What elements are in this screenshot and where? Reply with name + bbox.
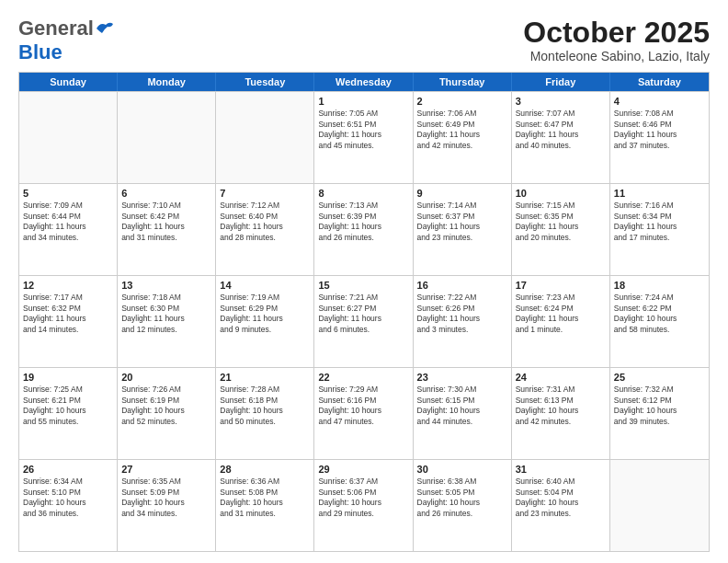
header-day-wednesday: Wednesday [314, 73, 413, 91]
month-title: October 2025 [523, 17, 710, 49]
cell-date-number: 27 [121, 463, 211, 476]
calendar-cell: 30Sunrise: 6:38 AM Sunset: 5:05 PM Dayli… [414, 460, 512, 551]
cell-info-text: Sunrise: 7:32 AM Sunset: 6:12 PM Dayligh… [614, 385, 705, 427]
calendar-cell [610, 460, 709, 551]
cell-date-number: 31 [516, 463, 606, 476]
calendar-cell: 1Sunrise: 7:05 AM Sunset: 6:51 PM Daylig… [314, 92, 413, 183]
calendar-cell: 28Sunrise: 6:36 AM Sunset: 5:08 PM Dayli… [216, 460, 314, 551]
calendar-cell: 14Sunrise: 7:19 AM Sunset: 6:29 PM Dayli… [216, 276, 314, 367]
calendar-cell: 12Sunrise: 7:17 AM Sunset: 6:32 PM Dayli… [19, 276, 118, 367]
cell-info-text: Sunrise: 6:36 AM Sunset: 5:08 PM Dayligh… [220, 477, 310, 519]
cell-info-text: Sunrise: 7:29 AM Sunset: 6:16 PM Dayligh… [318, 385, 408, 427]
cell-info-text: Sunrise: 7:23 AM Sunset: 6:24 PM Dayligh… [516, 293, 606, 335]
cell-info-text: Sunrise: 7:06 AM Sunset: 6:49 PM Dayligh… [417, 109, 507, 151]
cell-info-text: Sunrise: 7:30 AM Sunset: 6:15 PM Dayligh… [417, 385, 507, 427]
cell-date-number: 4 [614, 95, 705, 108]
calendar-cell: 21Sunrise: 7:28 AM Sunset: 6:18 PM Dayli… [216, 368, 314, 459]
logo: General Blue [18, 17, 115, 64]
calendar-cell: 16Sunrise: 7:22 AM Sunset: 6:26 PM Dayli… [414, 276, 512, 367]
cell-date-number: 1 [318, 95, 408, 108]
cell-info-text: Sunrise: 7:28 AM Sunset: 6:18 PM Dayligh… [220, 385, 310, 427]
cell-info-text: Sunrise: 6:34 AM Sunset: 5:10 PM Dayligh… [23, 477, 113, 519]
cell-date-number: 26 [23, 463, 113, 476]
cell-info-text: Sunrise: 7:24 AM Sunset: 6:22 PM Dayligh… [614, 293, 705, 335]
cell-info-text: Sunrise: 6:38 AM Sunset: 5:05 PM Dayligh… [417, 477, 507, 519]
cell-info-text: Sunrise: 7:26 AM Sunset: 6:19 PM Dayligh… [121, 385, 211, 427]
cell-date-number: 24 [516, 371, 606, 384]
calendar-body: 1Sunrise: 7:05 AM Sunset: 6:51 PM Daylig… [19, 91, 709, 551]
calendar-cell: 2Sunrise: 7:06 AM Sunset: 6:49 PM Daylig… [414, 92, 512, 183]
calendar-cell: 9Sunrise: 7:14 AM Sunset: 6:37 PM Daylig… [414, 184, 512, 275]
cell-date-number: 22 [318, 371, 408, 384]
header-day-tuesday: Tuesday [216, 73, 314, 91]
calendar-row-1: 5Sunrise: 7:09 AM Sunset: 6:44 PM Daylig… [19, 183, 709, 275]
cell-info-text: Sunrise: 7:17 AM Sunset: 6:32 PM Dayligh… [23, 293, 113, 335]
calendar-cell [118, 92, 216, 183]
calendar-cell: 8Sunrise: 7:13 AM Sunset: 6:39 PM Daylig… [314, 184, 413, 275]
cell-date-number: 28 [220, 463, 310, 476]
cell-date-number: 15 [318, 279, 408, 292]
cell-info-text: Sunrise: 6:35 AM Sunset: 5:09 PM Dayligh… [121, 477, 211, 519]
cell-info-text: Sunrise: 7:16 AM Sunset: 6:34 PM Dayligh… [614, 201, 705, 243]
cell-date-number: 23 [417, 371, 507, 384]
cell-date-number: 5 [23, 187, 113, 200]
cell-date-number: 30 [417, 463, 507, 476]
calendar-header: SundayMondayTuesdayWednesdayThursdayFrid… [19, 73, 709, 91]
cell-info-text: Sunrise: 7:22 AM Sunset: 6:26 PM Dayligh… [417, 293, 507, 335]
calendar-cell: 24Sunrise: 7:31 AM Sunset: 6:13 PM Dayli… [512, 368, 610, 459]
header-day-monday: Monday [118, 73, 216, 91]
calendar-cell: 18Sunrise: 7:24 AM Sunset: 6:22 PM Dayli… [610, 276, 709, 367]
cell-date-number: 14 [220, 279, 310, 292]
calendar-cell: 23Sunrise: 7:30 AM Sunset: 6:15 PM Dayli… [414, 368, 512, 459]
page: General Blue October 2025 Monteleone Sab… [0, 0, 728, 563]
cell-info-text: Sunrise: 6:40 AM Sunset: 5:04 PM Dayligh… [516, 477, 606, 519]
calendar-cell: 11Sunrise: 7:16 AM Sunset: 6:34 PM Dayli… [610, 184, 709, 275]
logo-blue: Blue [18, 40, 63, 63]
cell-info-text: Sunrise: 6:37 AM Sunset: 5:06 PM Dayligh… [318, 477, 408, 519]
cell-date-number: 21 [220, 371, 310, 384]
cell-date-number: 18 [614, 279, 705, 292]
header-day-friday: Friday [512, 73, 610, 91]
calendar-cell: 6Sunrise: 7:10 AM Sunset: 6:42 PM Daylig… [118, 184, 216, 275]
cell-date-number: 25 [614, 371, 705, 384]
calendar-row-3: 19Sunrise: 7:25 AM Sunset: 6:21 PM Dayli… [19, 367, 709, 459]
cell-info-text: Sunrise: 7:19 AM Sunset: 6:29 PM Dayligh… [220, 293, 310, 335]
cell-date-number: 11 [614, 187, 705, 200]
cell-info-text: Sunrise: 7:09 AM Sunset: 6:44 PM Dayligh… [23, 201, 113, 243]
header-day-thursday: Thursday [414, 73, 512, 91]
logo-general: General [18, 17, 94, 40]
calendar-cell: 7Sunrise: 7:12 AM Sunset: 6:40 PM Daylig… [216, 184, 314, 275]
cell-info-text: Sunrise: 7:05 AM Sunset: 6:51 PM Dayligh… [318, 109, 408, 151]
calendar: SundayMondayTuesdayWednesdayThursdayFrid… [18, 72, 710, 552]
cell-date-number: 16 [417, 279, 507, 292]
cell-date-number: 12 [23, 279, 113, 292]
cell-info-text: Sunrise: 7:31 AM Sunset: 6:13 PM Dayligh… [516, 385, 606, 427]
cell-info-text: Sunrise: 7:15 AM Sunset: 6:35 PM Dayligh… [516, 201, 606, 243]
cell-info-text: Sunrise: 7:14 AM Sunset: 6:37 PM Dayligh… [417, 201, 507, 243]
cell-info-text: Sunrise: 7:21 AM Sunset: 6:27 PM Dayligh… [318, 293, 408, 335]
cell-info-text: Sunrise: 7:12 AM Sunset: 6:40 PM Dayligh… [220, 201, 310, 243]
calendar-cell: 27Sunrise: 6:35 AM Sunset: 5:09 PM Dayli… [118, 460, 216, 551]
calendar-cell: 5Sunrise: 7:09 AM Sunset: 6:44 PM Daylig… [19, 184, 118, 275]
calendar-cell [216, 92, 314, 183]
cell-date-number: 3 [516, 95, 606, 108]
cell-date-number: 6 [121, 187, 211, 200]
cell-info-text: Sunrise: 7:18 AM Sunset: 6:30 PM Dayligh… [121, 293, 211, 335]
cell-date-number: 19 [23, 371, 113, 384]
header: General Blue October 2025 Monteleone Sab… [18, 17, 710, 64]
calendar-cell: 4Sunrise: 7:08 AM Sunset: 6:46 PM Daylig… [610, 92, 709, 183]
cell-date-number: 10 [516, 187, 606, 200]
calendar-row-2: 12Sunrise: 7:17 AM Sunset: 6:32 PM Dayli… [19, 275, 709, 367]
cell-date-number: 7 [220, 187, 310, 200]
calendar-cell: 20Sunrise: 7:26 AM Sunset: 6:19 PM Dayli… [118, 368, 216, 459]
calendar-cell: 15Sunrise: 7:21 AM Sunset: 6:27 PM Dayli… [314, 276, 413, 367]
cell-date-number: 17 [516, 279, 606, 292]
calendar-cell: 19Sunrise: 7:25 AM Sunset: 6:21 PM Dayli… [19, 368, 118, 459]
cell-info-text: Sunrise: 7:08 AM Sunset: 6:46 PM Dayligh… [614, 109, 705, 151]
cell-date-number: 13 [121, 279, 211, 292]
cell-date-number: 20 [121, 371, 211, 384]
calendar-cell: 29Sunrise: 6:37 AM Sunset: 5:06 PM Dayli… [314, 460, 413, 551]
calendar-cell: 31Sunrise: 6:40 AM Sunset: 5:04 PM Dayli… [512, 460, 610, 551]
cell-info-text: Sunrise: 7:13 AM Sunset: 6:39 PM Dayligh… [318, 201, 408, 243]
title-block: October 2025 Monteleone Sabino, Lazio, I… [523, 17, 710, 63]
